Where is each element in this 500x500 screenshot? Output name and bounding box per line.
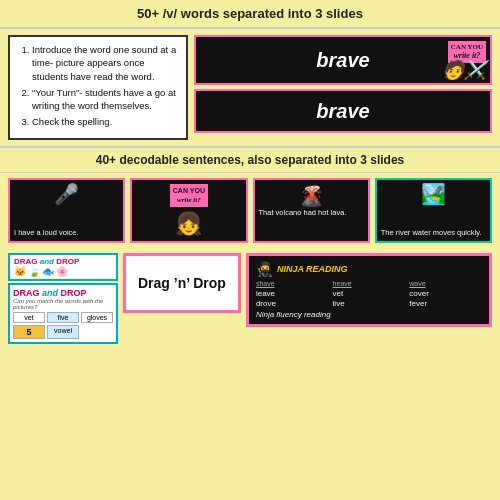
dd-cell-vowel: vowel — [47, 325, 79, 339]
girl-writing-icon: 👧 — [175, 211, 202, 237]
dd-cell-gloves: gloves — [81, 312, 113, 323]
section1-header: 50+ /v/ words separated into 3 slides — [0, 0, 500, 29]
dd-cell-vet: vet — [13, 312, 45, 323]
can-you-line1: CAN YOU — [451, 43, 483, 51]
header-title: 50+ /v/ words separated into 3 slides — [137, 6, 363, 21]
knight-icon: 🧑‍⚔️ — [442, 59, 486, 81]
dd-icons-row: 🐱 🍃 🐟 🌸 — [14, 266, 112, 277]
brave-word-1: brave — [316, 49, 369, 72]
leaf-icon: 🍃 — [28, 266, 40, 277]
ninja-word-grid: shave heave wave leave vet cover drove l… — [256, 280, 482, 308]
nr-word-leave: leave — [256, 289, 329, 298]
nr-word-vet: vet — [333, 289, 406, 298]
dd-outer-title: DRAG and DROP — [14, 257, 112, 266]
dd-outer-and: and — [40, 257, 54, 266]
brave-slide-1: brave CAN YOU write it? 🧑‍⚔️ — [194, 35, 492, 85]
ninja-fluency-label: Ninja fluency reading — [256, 310, 482, 319]
can-you-badge-2: CAN YOU write it? — [170, 184, 208, 207]
ninja-reading-card: 🥷 NINJA READING shave heave wave leave v… — [246, 253, 492, 327]
brave-slides: brave CAN YOU write it? 🧑‍⚔️ brave — [194, 35, 492, 140]
volcano-icon: 🌋 — [299, 186, 324, 206]
dd-cell-five: five — [47, 312, 79, 323]
nr-word-fever: fever — [409, 299, 482, 308]
nr-col1-h: shave — [256, 280, 329, 287]
ninja-header: 🥷 NINJA READING — [256, 261, 482, 277]
instruction-3: Check the spelling. — [32, 115, 178, 128]
dd-inner-subtitle: Can you match the words with the picture… — [13, 298, 113, 310]
section2-header: 40+ decodable sentences, also separated … — [0, 146, 500, 173]
instruction-2: “Your Turn”- students have a go at writi… — [32, 86, 178, 113]
drag-n-drop-label: Drag ’n’ Drop — [138, 275, 226, 291]
nr-word-live: live — [333, 299, 406, 308]
nr-col2-h: heave — [333, 280, 406, 287]
sentence-slide-4: 🏞️ The river water moves quickly. — [375, 178, 492, 243]
can-you-2-line1: CAN YOU — [173, 187, 205, 194]
drag-drop-stack: DRAG and DROP 🐱 🍃 🐟 🌸 DRAG and DROP Can … — [8, 253, 118, 344]
sentence-slides-row: 🎤 I have a loud voice. CAN YOU write it?… — [8, 178, 492, 243]
sentence-text-4: The river water moves quickly. — [381, 228, 482, 237]
flower-icon: 🌸 — [56, 266, 68, 277]
drag-drop-outer-card: DRAG and DROP 🐱 🍃 🐟 🌸 — [8, 253, 118, 281]
dd-inner-and: and — [42, 288, 58, 298]
dd-inner-title: DRAG and DROP — [13, 288, 113, 298]
section1-content: Introduce the word one sound at a time- … — [0, 29, 500, 146]
ninja-title: NINJA READING — [277, 264, 348, 274]
sentence-slide-1: 🎤 I have a loud voice. — [8, 178, 125, 243]
brave-slide-2: brave — [194, 89, 492, 133]
instructions-box: Introduce the word one sound at a time- … — [8, 35, 188, 140]
section2-content: 🎤 I have a loud voice. CAN YOU write it?… — [0, 173, 500, 248]
drag-n-drop-box: Drag ’n’ Drop — [123, 253, 241, 313]
voice-icon: 🎤 — [54, 184, 79, 204]
ninja-icon: 🥷 — [256, 261, 273, 277]
brave-word-2: brave — [316, 100, 369, 123]
instructions-list: Introduce the word one sound at a time- … — [18, 43, 178, 129]
nr-word-drove: drove — [256, 299, 329, 308]
instruction-1: Introduce the word one sound at a time- … — [32, 43, 178, 83]
dd-word-grid: vet five gloves 5 vowel — [13, 312, 113, 339]
fish-icon: 🐟 — [42, 266, 54, 277]
section3-content: DRAG and DROP 🐱 🍃 🐟 🌸 DRAG and DROP Can … — [0, 248, 500, 349]
section2-title: 40+ decodable sentences, also separated … — [96, 153, 404, 167]
nr-col3-h: wave — [409, 280, 482, 287]
drag-drop-inner-card: DRAG and DROP Can you match the words wi… — [8, 283, 118, 344]
river-icon: 🏞️ — [421, 184, 446, 204]
sentence-slide-3: 🌋 That volcano had hot lava. — [253, 178, 370, 243]
cat-icon: 🐱 — [14, 266, 26, 277]
can-you-2-line2: write it? — [177, 196, 201, 204]
sentence-text-3: That volcano had hot lava. — [259, 208, 347, 217]
can-you-slide-2: CAN YOU write it? 👧 — [130, 178, 247, 243]
nr-word-cover: cover — [409, 289, 482, 298]
sentence-text-1: I have a loud voice. — [14, 228, 79, 237]
dd-cell-number: 5 — [13, 325, 45, 339]
